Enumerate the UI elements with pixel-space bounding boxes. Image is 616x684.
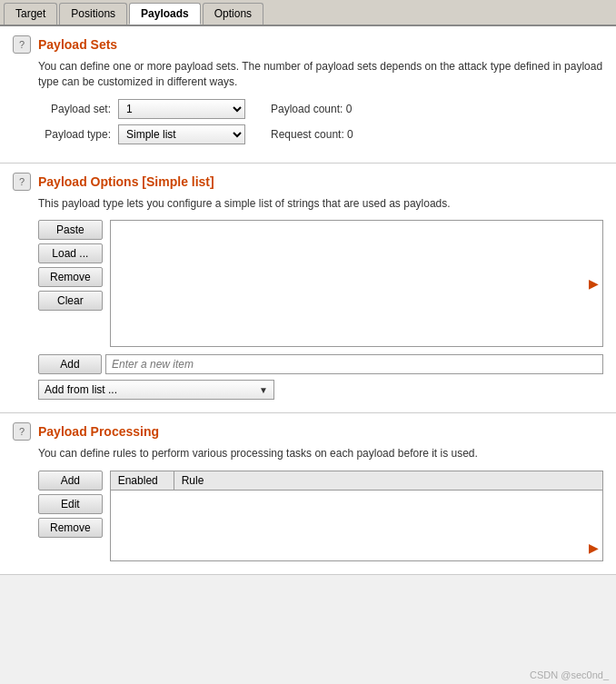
tab-target[interactable]: Target (4, 3, 57, 25)
payload-options-title: Payload Options [Simple list] (38, 174, 214, 189)
processing-add-button[interactable]: Add (38, 471, 103, 491)
processing-edit-button[interactable]: Edit (38, 494, 103, 514)
payload-options-desc: This payload type lets you configure a s… (38, 196, 603, 212)
paste-button[interactable]: Paste (38, 220, 103, 240)
processing-table-body: Enabled Rule ▶ (110, 471, 603, 561)
app-window: Target Positions Payloads Options ? Payl… (0, 0, 616, 684)
payload-options-body: Paste Load ... Remove Clear ▶ Add Add fr… (38, 220, 603, 400)
add-item-input[interactable] (105, 354, 603, 374)
payload-type-row: Payload type: Simple list Request count:… (38, 124, 603, 144)
add-item-button[interactable]: Add (38, 354, 102, 374)
payload-processing-header: ? Payload Processing (13, 422, 603, 441)
payload-processing-title: Payload Processing (38, 424, 159, 439)
payload-list-box: ▶ (110, 220, 603, 347)
payload-sets-desc: You can define one or more payload sets.… (38, 59, 603, 90)
tab-payloads[interactable]: Payloads (129, 3, 201, 25)
payload-set-select[interactable]: 1 (118, 99, 245, 119)
tab-positions[interactable]: Positions (59, 3, 127, 25)
processing-buttons: Add Edit Remove (38, 471, 103, 561)
processing-remove-button[interactable]: Remove (38, 518, 103, 538)
payload-type-label: Payload type: (38, 128, 111, 141)
list-arrow-icon: ▶ (589, 276, 599, 291)
watermark: CSDN @sec0nd_ (530, 669, 609, 680)
payload-sets-title: Payload Sets (38, 37, 117, 52)
add-from-list-arrow-icon: ▼ (259, 385, 268, 395)
payload-options-help-icon[interactable]: ? (13, 173, 31, 191)
payload-processing-desc: You can define rules to perform various … (38, 446, 603, 461)
main-content: ? Payload Sets You can define one or mor… (0, 26, 616, 575)
payload-set-row: Payload set: 1 Payload count: 0 (38, 99, 603, 119)
tab-options[interactable]: Options (203, 3, 263, 25)
payload-processing-section: ? Payload Processing You can define rule… (0, 413, 616, 575)
list-area: Paste Load ... Remove Clear ▶ (38, 220, 603, 347)
table-arrow-icon: ▶ (589, 540, 599, 555)
payload-sets-header: ? Payload Sets (13, 35, 603, 54)
payload-processing-help-icon[interactable]: ? (13, 422, 31, 441)
add-item-row: Add (38, 354, 603, 374)
payload-set-label: Payload set: (38, 103, 111, 115)
clear-button[interactable]: Clear (38, 291, 103, 311)
payload-options-section: ? Payload Options [Simple list] This pay… (0, 164, 616, 414)
col-rule: Rule (174, 471, 602, 490)
request-count-info: Request count: 0 (271, 128, 353, 141)
tab-bar: Target Positions Payloads Options (0, 0, 616, 26)
add-from-list-label: Add from list ... (45, 383, 117, 396)
add-from-list-dropdown[interactable]: Add from list ... ▼ (38, 380, 274, 400)
processing-table-header: Enabled Rule (111, 471, 602, 491)
remove-button[interactable]: Remove (38, 267, 103, 287)
processing-table-area: Add Edit Remove Enabled Rule ▶ (38, 471, 603, 561)
payload-sets-help-icon[interactable]: ? (13, 35, 31, 54)
payload-options-header: ? Payload Options [Simple list] (13, 173, 603, 191)
payload-count-info: Payload count: 0 (271, 103, 352, 115)
payload-type-select[interactable]: Simple list (118, 124, 245, 144)
load-button[interactable]: Load ... (38, 243, 103, 263)
payload-sets-section: ? Payload Sets You can define one or mor… (0, 26, 616, 164)
col-enabled: Enabled (111, 471, 174, 490)
list-buttons: Paste Load ... Remove Clear (38, 220, 103, 347)
